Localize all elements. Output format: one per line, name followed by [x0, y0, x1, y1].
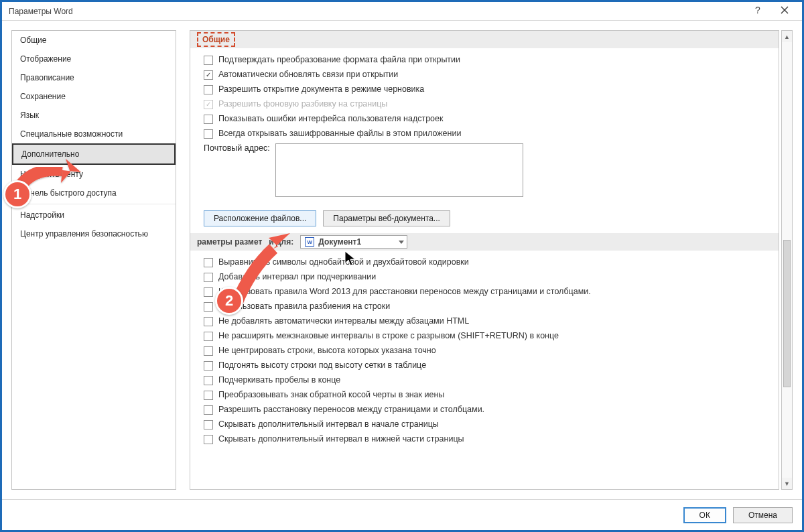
- checkbox-icon[interactable]: [204, 115, 213, 124]
- titlebar: Параметры Word ?: [2, 2, 802, 21]
- check-addin-ui-errors[interactable]: Показывать ошибки интерфейса пользовател…: [204, 111, 779, 126]
- check-auto-update-links[interactable]: Автоматически обновлять связи при открыт…: [204, 67, 779, 82]
- web-options-button[interactable]: Параметры веб-документа...: [323, 210, 450, 226]
- cancel-button[interactable]: Отмена: [733, 507, 793, 523]
- check-layout-9[interactable]: Преобразовывать знак обратной косой черт…: [204, 387, 779, 402]
- section-title-general: Общие: [197, 32, 235, 47]
- checkbox-icon[interactable]: [204, 317, 213, 326]
- general-rows: Подтверждать преобразование формата файл…: [190, 48, 779, 209]
- scroll-thumb[interactable]: [783, 240, 791, 387]
- sidebar-item-display[interactable]: Отображение: [12, 50, 176, 68]
- section-header-general: Общие: [190, 31, 779, 48]
- checkbox-icon[interactable]: [204, 405, 213, 415]
- mailing-address-input[interactable]: [275, 143, 523, 197]
- general-buttons-row: Расположение файлов... Параметры веб-док…: [190, 209, 779, 229]
- annotation-callout-1: 1: [3, 180, 31, 208]
- checkbox-icon[interactable]: [204, 361, 213, 371]
- checkbox-icon[interactable]: [204, 435, 213, 444]
- check-open-encrypted[interactable]: Всегда открывать зашифрованные файлы в э…: [204, 126, 779, 141]
- section-title-layout-suffix: и для:: [269, 237, 293, 247]
- sidebar-separator: [12, 204, 176, 204]
- section-title-layout-prefix: раметры размет: [197, 237, 262, 247]
- layout-document-select[interactable]: W Документ1: [300, 235, 407, 249]
- scrollbar[interactable]: ▲ ▼: [781, 30, 793, 490]
- ok-button[interactable]: ОК: [683, 507, 726, 523]
- check-layout-2[interactable]: Использовать правила Word 2013 для расст…: [204, 284, 779, 299]
- mailing-address-row: Почтовый адрес:: [204, 141, 779, 202]
- sidebar-item-proofing[interactable]: Правописание: [12, 68, 176, 87]
- close-icon: [781, 6, 789, 14]
- sidebar-item-save[interactable]: Сохранение: [12, 87, 176, 106]
- sidebar-item-quick-access[interactable]: Панель быстрого доступа: [12, 184, 176, 202]
- check-layout-5[interactable]: Не расширять межзнаковые интервалы в стр…: [204, 328, 779, 343]
- close-button[interactable]: [771, 2, 798, 18]
- check-draft-mode[interactable]: Разрешить открытие документа в режиме че…: [204, 82, 779, 96]
- check-background-repagination: Разрешить фоновую разбивку на страницы: [204, 96, 779, 111]
- sidebar-item-advanced[interactable]: Дополнительно: [12, 143, 176, 165]
- sidebar-item-accessibility[interactable]: Специальные возможности: [12, 125, 176, 143]
- scroll-area: Общие Подтверждать преобразование формат…: [190, 30, 779, 490]
- scroll-up-button[interactable]: ▲: [782, 31, 792, 42]
- checkbox-icon[interactable]: [204, 56, 213, 65]
- annotation-callout-2: 2: [215, 287, 243, 315]
- file-locations-button[interactable]: Расположение файлов...: [204, 210, 316, 226]
- check-layout-6[interactable]: Не центрировать строки, высота которых у…: [204, 343, 779, 358]
- mailing-address-label: Почтовый адрес:: [204, 143, 270, 153]
- layout-rows: Выравнивать символы однобайтовой и двухб…: [190, 251, 779, 453]
- check-layout-12[interactable]: Скрывать дополнительный интервал в нижне…: [204, 431, 779, 446]
- help-button[interactable]: ?: [744, 2, 771, 18]
- dialog-footer: ОК Отмена: [2, 499, 802, 530]
- section-header-layout: раметры размет и для: W Документ1: [190, 233, 779, 251]
- check-layout-1[interactable]: Добавлять интервал при подчеркивании: [204, 269, 779, 284]
- checkbox-icon[interactable]: [204, 302, 213, 312]
- checkbox-icon[interactable]: [204, 376, 213, 385]
- dialog-body: Общие Отображение Правописание Сохранени…: [2, 21, 802, 498]
- sidebar-item-trust-center[interactable]: Центр управления безопасностью: [12, 224, 176, 243]
- dialog-frame: Параметры Word ? Общие Отображение Право…: [0, 0, 804, 532]
- checkbox-icon[interactable]: [204, 129, 213, 139]
- sidebar-item-language[interactable]: Язык: [12, 106, 176, 125]
- checkbox-icon[interactable]: [204, 70, 213, 80]
- checkbox-icon[interactable]: [204, 258, 213, 267]
- checkbox-icon[interactable]: [204, 273, 213, 282]
- checkbox-icon: [204, 100, 213, 109]
- check-confirm-convert[interactable]: Подтверждать преобразование формата файл…: [204, 52, 779, 67]
- check-layout-10[interactable]: Разрешить расстановку переносов между ст…: [204, 402, 779, 417]
- checkbox-icon[interactable]: [204, 391, 213, 400]
- check-layout-8[interactable]: Подчеркивать пробелы в конце: [204, 373, 779, 387]
- checkbox-icon[interactable]: [204, 332, 213, 341]
- sidebar: Общие Отображение Правописание Сохранени…: [11, 30, 176, 490]
- checkbox-icon[interactable]: [204, 346, 213, 356]
- check-layout-11[interactable]: Скрывать дополнительный интервал в начал…: [204, 417, 779, 431]
- content-pane: Общие Подтверждать преобразование формат…: [190, 30, 793, 490]
- checkbox-icon[interactable]: [204, 287, 213, 297]
- scroll-down-button[interactable]: ▼: [782, 478, 792, 489]
- sidebar-item-general[interactable]: Общие: [12, 31, 176, 50]
- window-title: Параметры Word: [9, 7, 73, 16]
- checkbox-icon[interactable]: [204, 420, 213, 429]
- sidebar-item-customize-ribbon[interactable]: Настроить ленту: [12, 165, 176, 184]
- check-layout-3[interactable]: Использовать правила разбиения на строки: [204, 299, 779, 314]
- word-doc-icon: W: [305, 237, 314, 247]
- check-layout-4[interactable]: Не добавлять автоматически интервалы меж…: [204, 314, 779, 328]
- check-layout-0[interactable]: Выравнивать символы однобайтовой и двухб…: [204, 255, 779, 269]
- checkbox-icon[interactable]: [204, 85, 213, 94]
- sidebar-item-addins[interactable]: Надстройки: [12, 206, 176, 224]
- check-layout-7[interactable]: Подгонять высоту строки под высоту сетки…: [204, 358, 779, 373]
- layout-document-name: Документ1: [318, 237, 361, 247]
